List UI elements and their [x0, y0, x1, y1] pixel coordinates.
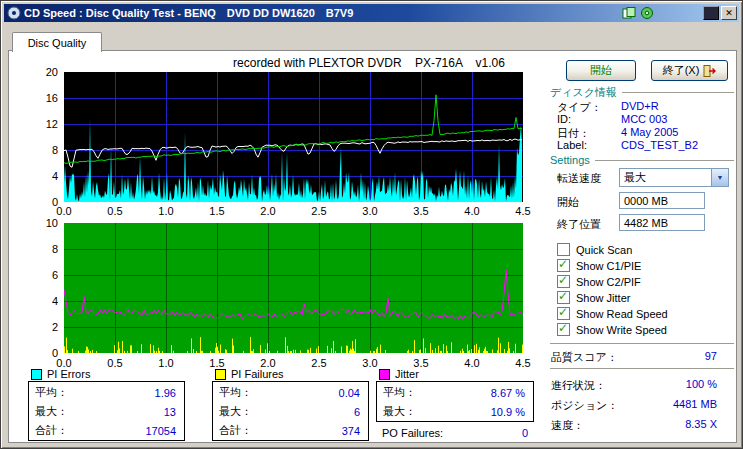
- stat-value: 0.04: [339, 387, 360, 399]
- position-label: ポジション：: [551, 398, 618, 413]
- transfer-speed-select[interactable]: 最大 ▼: [619, 168, 729, 187]
- progress-value: 100 %: [621, 378, 717, 390]
- checkbox-show-read-speed[interactable]: ✓ Show Read Speed: [557, 307, 668, 320]
- position-value: 4481 MB: [621, 398, 717, 410]
- stat-label: 平均：: [383, 385, 416, 400]
- checkbox-box: ✓: [557, 291, 570, 304]
- y-axis-labels-top: 201612840: [35, 72, 61, 214]
- stat-row: 合計：17054: [29, 421, 184, 440]
- checkbox-label: Show Write Speed: [576, 324, 667, 336]
- titlebar-pages-icon[interactable]: [621, 7, 637, 20]
- stat-label: 平均：: [35, 385, 68, 400]
- close-button[interactable]: ✕: [721, 6, 737, 20]
- axis-tick-label: 0.0: [56, 205, 71, 217]
- stat-value: 13: [164, 406, 176, 418]
- axis-tick-label: 8: [32, 243, 58, 255]
- disc-id-row: ID: MCC 003: [557, 113, 734, 125]
- end-position-value: 4482 MB: [624, 217, 668, 229]
- po-failures-label: PO Failures:: [382, 427, 443, 439]
- axis-tick-label: 2: [32, 321, 58, 333]
- stat-label: 最大：: [219, 404, 252, 419]
- stat-row: 最大：10.9 %: [377, 402, 533, 421]
- stat-value: 1.96: [155, 387, 176, 399]
- start-mb-label: 開始: [557, 195, 579, 210]
- disc-info-header: ディスク情報: [550, 85, 734, 100]
- checkbox-label: Show Read Speed: [576, 308, 668, 320]
- titlebar-disc-icon[interactable]: [639, 7, 655, 20]
- checkmark-icon: ✓: [558, 289, 568, 303]
- checkbox-show-c2pif[interactable]: ✓ Show C2/PIF: [557, 275, 641, 288]
- checkbox-show-jitter[interactable]: ✓ Show Jitter: [557, 291, 630, 304]
- stat-label: 平均：: [219, 385, 252, 400]
- checkbox-box: ✓: [557, 275, 570, 288]
- quality-chart-top: [64, 72, 523, 202]
- app-icon: [7, 6, 21, 20]
- axis-tick-label: 16: [32, 92, 58, 104]
- transfer-speed-value: 最大: [620, 170, 711, 185]
- end-position-label: 終了位置: [557, 217, 601, 232]
- axis-tick-label: 10: [32, 217, 58, 229]
- end-position-input[interactable]: 4482 MB: [619, 214, 705, 231]
- quality-score-value: 97: [621, 350, 717, 362]
- x-axis-labels-top: 0.00.51.01.52.02.53.03.54.04.5: [64, 205, 529, 218]
- minimize-button[interactable]: [703, 6, 719, 20]
- jitter-title: Jitter: [395, 368, 419, 380]
- start-button[interactable]: 開始: [566, 60, 636, 81]
- stat-value: 374: [342, 425, 360, 437]
- axis-tick-label: 1.5: [209, 205, 224, 217]
- stat-value: 6: [354, 406, 360, 418]
- po-failures-value: 0: [522, 427, 528, 439]
- checkmark-icon: ✓: [558, 257, 568, 271]
- start-position-input[interactable]: 0000 MB: [619, 192, 705, 209]
- stat-row: 最大：6: [213, 402, 368, 421]
- stat-row: 平均：8.67 %: [377, 383, 533, 402]
- checkmark-icon: ✓: [558, 273, 568, 287]
- stat-label: 合計：: [35, 423, 68, 438]
- checkbox-show-write-speed[interactable]: ✓ Show Write Speed: [557, 323, 667, 336]
- axis-tick-label: 4.0: [464, 205, 479, 217]
- axis-tick-label: 3.5: [413, 205, 428, 217]
- axis-tick-label: 4: [32, 170, 58, 182]
- tab-label: Disc Quality: [28, 37, 87, 49]
- window-title: CD Speed : Disc Quality Test - BENQ DVD …: [24, 6, 619, 21]
- stat-label: 最大：: [35, 404, 68, 419]
- checkbox-label: Quick Scan: [576, 244, 632, 256]
- titlebar[interactable]: CD Speed : Disc Quality Test - BENQ DVD …: [4, 4, 739, 22]
- stat-row: 平均：0.04: [213, 383, 368, 402]
- checkbox-box: ✓: [557, 259, 570, 272]
- stat-value: 8.67 %: [491, 387, 525, 399]
- axis-tick-label: 4.5: [515, 205, 530, 217]
- checkbox-quick-scan[interactable]: Quick Scan: [557, 243, 632, 256]
- chart-recorded-with-label: recorded with PLEXTOR DVDR PX-716A v1.06: [204, 56, 534, 70]
- stat-label: 合計：: [219, 423, 252, 438]
- stat-value: 17054: [145, 425, 176, 437]
- jitter-swatch: [379, 369, 390, 380]
- axis-tick-label: 4: [32, 295, 58, 307]
- axis-tick-label: 4.0: [464, 357, 479, 369]
- stat-label: 最大：: [383, 404, 416, 419]
- stat-row: 合計：374: [213, 421, 368, 440]
- settings-title: Settings: [550, 154, 590, 166]
- checkbox-show-c1pie[interactable]: ✓ Show C1/PIE: [557, 259, 641, 272]
- chevron-down-icon[interactable]: ▼: [711, 169, 728, 186]
- transfer-speed-label: 転送速度: [557, 171, 601, 186]
- axis-tick-label: 12: [32, 118, 58, 130]
- checkbox-box: [557, 243, 570, 256]
- start-position-value: 0000 MB: [624, 195, 668, 207]
- exit-button[interactable]: 終了(X): [651, 60, 728, 81]
- speed-value: 8.35 X: [621, 418, 717, 430]
- cdspeed-window: CD Speed : Disc Quality Test - BENQ DVD …: [0, 0, 743, 449]
- axis-tick-label: 0: [32, 347, 58, 359]
- disc-info-title: ディスク情報: [550, 85, 617, 100]
- checkbox-box: ✓: [557, 323, 570, 336]
- pi-errors-stats-box: 平均：1.96 最大：13 合計：17054: [28, 381, 185, 441]
- progress-label: 進行状況：: [551, 378, 606, 393]
- axis-tick-label: 3.0: [362, 205, 377, 217]
- checkbox-box: ✓: [557, 307, 570, 320]
- tab-disc-quality[interactable]: Disc Quality: [12, 32, 102, 52]
- pi-errors-swatch: [31, 369, 42, 380]
- checkbox-label: Show C2/PIF: [576, 276, 641, 288]
- po-failures-row: PO Failures: 0: [382, 427, 528, 439]
- divider: [622, 92, 734, 94]
- axis-tick-label: 20: [32, 66, 58, 78]
